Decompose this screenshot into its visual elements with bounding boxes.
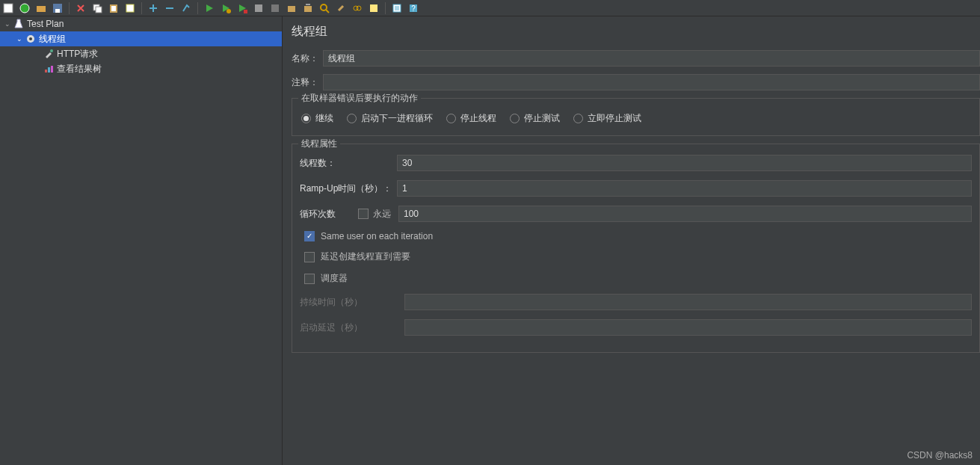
- main-area: ⌄ Test Plan ⌄ 线程组 HTTP请求 查看结果树 线程组 名称： 注…: [0, 16, 980, 465]
- collapse-icon[interactable]: [163, 1, 176, 15]
- toolbar: ?: [0, 0, 980, 16]
- tree-item-http-request[interactable]: HTTP请求: [0, 46, 282, 61]
- tree-root-test-plan[interactable]: ⌄ Test Plan: [0, 16, 282, 31]
- name-row: 名称：: [292, 50, 980, 67]
- delay-row: 启动延迟（秒）: [300, 319, 972, 336]
- chart-icon: [42, 63, 55, 75]
- radio-label: 启动下一进程循环: [361, 112, 433, 125]
- stop-all-icon[interactable]: [268, 1, 282, 15]
- tree-label: 查看结果树: [55, 63, 102, 76]
- splitter-handle[interactable]: [283, 233, 284, 248]
- expand-icon[interactable]: [147, 1, 160, 15]
- function-icon[interactable]: [351, 1, 364, 15]
- dropper-icon: [42, 48, 55, 60]
- radio-stop-test-now[interactable]: 立即停止测试: [573, 112, 641, 125]
- threads-row: 线程数：: [300, 155, 972, 171]
- separator: [197, 2, 198, 14]
- radio-label: 停止线程: [460, 112, 496, 125]
- svg-rect-14: [244, 10, 247, 13]
- svg-rect-6: [96, 7, 102, 13]
- paste-icon[interactable]: [107, 1, 120, 15]
- name-input[interactable]: [323, 50, 980, 67]
- question-icon[interactable]: ?: [407, 1, 420, 15]
- svg-rect-2: [37, 6, 46, 12]
- loop-input[interactable]: [398, 206, 972, 222]
- error-action-radios: 继续 启动下一进程循环 停止线程 停止测试 立即停止测试: [300, 109, 972, 128]
- radio-stop-thread[interactable]: 停止线程: [446, 112, 496, 125]
- scheduler-checkbox[interactable]: [304, 274, 315, 284]
- svg-rect-15: [255, 4, 262, 12]
- tree-item-thread-group[interactable]: ⌄ 线程组: [0, 31, 282, 46]
- shutdown-icon[interactable]: [252, 1, 265, 15]
- svg-marker-10: [206, 4, 213, 12]
- svg-point-19: [321, 4, 327, 10]
- tree-panel: ⌄ Test Plan ⌄ 线程组 HTTP请求 查看结果树: [0, 16, 283, 465]
- open-icon[interactable]: [34, 1, 48, 15]
- gear-icon: [24, 33, 37, 45]
- clear-icon[interactable]: [285, 1, 298, 15]
- delay-create-label: 延迟创建线程直到需要: [321, 250, 410, 263]
- template-icon[interactable]: [18, 1, 31, 15]
- toggle-icon[interactable]: [179, 1, 193, 15]
- duration-row: 持续时间（秒）: [300, 294, 972, 310]
- loop-label: 循环次数: [300, 208, 358, 221]
- svg-rect-0: [4, 4, 13, 13]
- comment-input[interactable]: [323, 74, 980, 90]
- radio-label: 继续: [315, 112, 333, 125]
- delay-label: 启动延迟（秒）: [300, 321, 404, 334]
- svg-point-28: [50, 49, 53, 52]
- stop-icon[interactable]: [235, 1, 249, 15]
- help-icon[interactable]: [367, 1, 380, 15]
- radio-continue[interactable]: 继续: [301, 112, 333, 125]
- watermark: CSDN @hacks8: [907, 450, 973, 461]
- clear-all-icon[interactable]: [301, 1, 315, 15]
- svg-rect-18: [304, 6, 312, 12]
- thread-props-legend: 线程属性: [298, 138, 340, 150]
- svg-point-21: [357, 6, 361, 10]
- svg-rect-17: [288, 6, 295, 12]
- chevron-down-icon: ⌄: [3, 20, 12, 28]
- scheduler-row: 调度器: [300, 272, 972, 285]
- delay-input[interactable]: [404, 319, 972, 336]
- reset-search-icon[interactable]: [334, 1, 348, 15]
- chevron-down-icon: ⌄: [15, 35, 24, 43]
- separator: [69, 2, 70, 14]
- ramp-input[interactable]: [397, 180, 972, 197]
- duration-label: 持续时间（秒）: [300, 296, 404, 309]
- tree-label: Test Plan: [25, 19, 64, 29]
- panel-title: 线程组: [292, 24, 980, 40]
- note-icon[interactable]: [123, 1, 137, 15]
- thread-props-fieldset: 线程属性 线程数： Ramp-Up时间（秒）： 循环次数 永远 Same use…: [292, 144, 980, 353]
- start-no-pause-icon[interactable]: [219, 1, 232, 15]
- radio-stop-test[interactable]: 停止测试: [510, 112, 560, 125]
- name-label: 名称：: [292, 52, 323, 65]
- cut-icon[interactable]: [74, 1, 87, 15]
- tree-item-result-tree[interactable]: 查看结果树: [0, 61, 282, 76]
- ramp-label: Ramp-Up时间（秒）：: [300, 182, 397, 195]
- threads-label: 线程数：: [300, 157, 397, 170]
- ramp-row: Ramp-Up时间（秒）：: [300, 180, 972, 197]
- loop-row: 循环次数 永远: [300, 206, 972, 222]
- forever-label: 永远: [373, 208, 391, 221]
- svg-rect-9: [126, 4, 134, 12]
- same-user-checkbox[interactable]: [304, 231, 315, 241]
- svg-rect-30: [48, 67, 50, 73]
- radio-label: 立即停止测试: [588, 112, 641, 125]
- delay-create-checkbox[interactable]: [304, 252, 315, 262]
- radio-start-next[interactable]: 启动下一进程循环: [347, 112, 433, 125]
- copy-icon[interactable]: [90, 1, 104, 15]
- start-icon[interactable]: [203, 1, 216, 15]
- options-icon[interactable]: [390, 1, 404, 15]
- svg-text:?: ?: [411, 4, 416, 13]
- save-icon[interactable]: [51, 1, 64, 15]
- svg-rect-29: [45, 70, 47, 73]
- radio-label: 停止测试: [524, 112, 560, 125]
- error-action-fieldset: 在取样器错误后要执行的动作 继续 启动下一进程循环 停止线程 停止测试 立即停止…: [292, 98, 980, 136]
- tree-label: HTTP请求: [55, 48, 98, 61]
- file-new-icon[interactable]: [1, 1, 15, 15]
- content-panel: 线程组 名称： 注释： 在取样器错误后要执行的动作 继续 启动下一进程循环 停止…: [283, 16, 980, 465]
- threads-input[interactable]: [397, 155, 972, 171]
- forever-checkbox[interactable]: [358, 209, 369, 219]
- duration-input[interactable]: [404, 294, 972, 310]
- search-icon[interactable]: [318, 1, 331, 15]
